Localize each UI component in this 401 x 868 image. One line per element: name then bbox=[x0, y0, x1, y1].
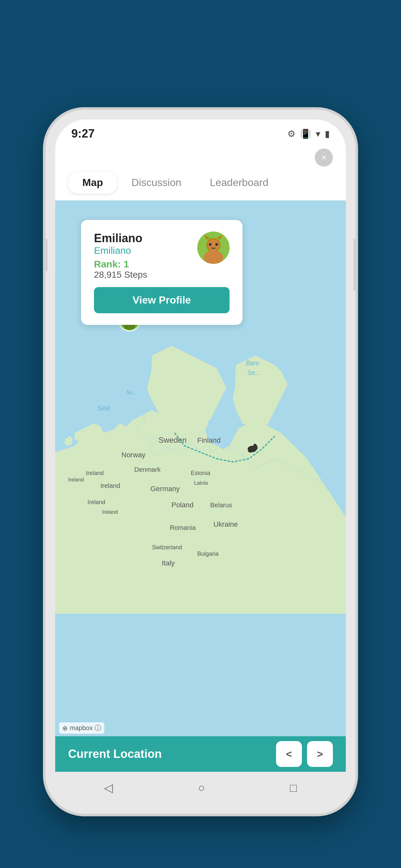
svg-text:Norway: Norway bbox=[121, 451, 146, 459]
back-button[interactable]: ◁ bbox=[104, 781, 113, 795]
next-button[interactable]: > bbox=[307, 741, 333, 767]
settings-icon: ⚙ bbox=[287, 128, 296, 139]
svg-text:Germany: Germany bbox=[150, 485, 180, 493]
tabs-bar: Map Discussion Leaderboard bbox=[55, 168, 346, 200]
popup-username: Emiliano bbox=[94, 245, 147, 256]
popup-name: Emiliano bbox=[94, 231, 147, 245]
svg-text:Ireland: Ireland bbox=[86, 470, 104, 476]
profile-popup: Emiliano Emiliano Rank: 1 28,915 Steps bbox=[81, 220, 243, 325]
svg-point-26 bbox=[248, 450, 253, 453]
tab-leaderboard[interactable]: Leaderboard bbox=[196, 172, 282, 194]
map-area[interactable]: Norway Sweden Finland Denmark Germany Po… bbox=[55, 200, 346, 736]
top-bar: × bbox=[55, 145, 346, 168]
svg-text:Ireland: Ireland bbox=[68, 477, 84, 483]
svg-point-37 bbox=[204, 250, 223, 264]
svg-point-35 bbox=[209, 243, 212, 246]
svg-text:Se...: Se... bbox=[247, 369, 260, 376]
bottom-bar: Current Location < > bbox=[55, 736, 346, 772]
volume-button bbox=[45, 239, 48, 271]
view-profile-button[interactable]: View Profile bbox=[94, 287, 229, 313]
svg-point-36 bbox=[215, 243, 218, 246]
status-time: 9:27 bbox=[71, 127, 95, 141]
svg-text:Finland: Finland bbox=[197, 436, 220, 444]
status-icons: ⚙ 📳 ▾ ▮ bbox=[287, 128, 330, 139]
nav-arrows: < > bbox=[276, 741, 333, 767]
svg-text:Estonia: Estonia bbox=[191, 470, 211, 476]
wifi-icon: ▾ bbox=[316, 128, 320, 139]
svg-text:Switzerland: Switzerland bbox=[152, 544, 182, 551]
mapbox-logo-icon: ⊕ bbox=[62, 724, 68, 732]
popup-avatar bbox=[197, 231, 229, 264]
svg-text:Denmark: Denmark bbox=[134, 466, 161, 473]
svg-text:Ukraine: Ukraine bbox=[213, 520, 238, 528]
home-button[interactable]: ○ bbox=[198, 781, 205, 795]
map-attribution: ⊕ mapbox ⓘ bbox=[59, 722, 104, 734]
svg-text:Latvia: Latvia bbox=[194, 480, 208, 486]
current-location-text: Current Location bbox=[68, 747, 162, 761]
tab-map[interactable]: Map bbox=[68, 172, 117, 194]
svg-text:Sea: Sea bbox=[97, 404, 110, 412]
phone-frame: 9:27 ⚙ 📳 ▾ ▮ × Map Discussion Leaderboar… bbox=[45, 110, 356, 814]
status-bar: 9:27 ⚙ 📳 ▾ ▮ bbox=[55, 120, 346, 145]
svg-text:Romania: Romania bbox=[170, 524, 196, 531]
recents-button[interactable]: □ bbox=[290, 781, 297, 795]
svg-text:Ireland: Ireland bbox=[100, 482, 120, 489]
popup-info: Emiliano Emiliano Rank: 1 28,915 Steps bbox=[94, 231, 147, 280]
svg-text:Bare: Bare bbox=[246, 360, 259, 367]
close-button[interactable]: × bbox=[315, 149, 333, 166]
svg-text:Italy: Italy bbox=[162, 559, 175, 567]
mapbox-label: mapbox bbox=[70, 724, 93, 732]
svg-text:Belarus: Belarus bbox=[210, 501, 232, 508]
battery-icon: ▮ bbox=[325, 128, 330, 139]
power-button bbox=[353, 239, 356, 290]
prev-button[interactable]: < bbox=[276, 741, 302, 767]
phone-screen: 9:27 ⚙ 📳 ▾ ▮ × Map Discussion Leaderboar… bbox=[55, 120, 346, 804]
svg-text:Ireland: Ireland bbox=[88, 499, 105, 505]
android-nav: ◁ ○ □ bbox=[55, 772, 346, 804]
svg-text:Ireland: Ireland bbox=[102, 509, 118, 515]
popup-rank: Rank: 1 bbox=[94, 259, 147, 270]
svg-text:Bulgaria: Bulgaria bbox=[197, 551, 219, 557]
popup-header: Emiliano Emiliano Rank: 1 28,915 Steps bbox=[94, 231, 229, 280]
info-icon: ⓘ bbox=[95, 724, 101, 733]
vibrate-icon: 📳 bbox=[300, 128, 311, 139]
svg-text:Poland: Poland bbox=[172, 501, 194, 509]
svg-text:No...: No... bbox=[126, 390, 137, 395]
tab-discussion[interactable]: Discussion bbox=[117, 172, 196, 194]
popup-steps: 28,915 Steps bbox=[94, 270, 147, 280]
